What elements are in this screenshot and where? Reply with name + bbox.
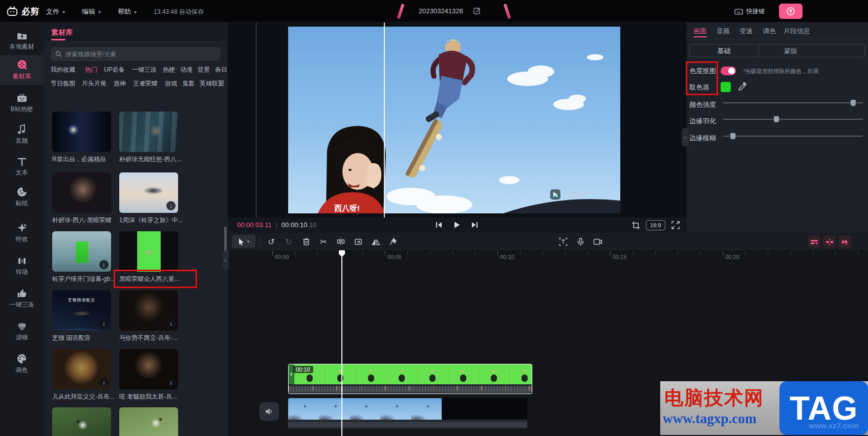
tab-audio[interactable]: 音频 xyxy=(717,27,730,36)
edge-feather-slider[interactable] xyxy=(723,116,863,122)
color-strength-slider[interactable] xyxy=(723,99,863,106)
library-item-thumbnail[interactable]: ↓ xyxy=(119,290,178,331)
next-frame-button[interactable] xyxy=(471,221,479,229)
segment-mask[interactable]: 蒙版 xyxy=(784,47,797,56)
download-icon[interactable]: ↓ xyxy=(99,378,108,387)
library-item-thumbnail[interactable] xyxy=(52,112,111,152)
category-tab-background[interactable]: 背景 xyxy=(198,66,210,74)
fullscreen-icon[interactable] xyxy=(671,221,680,229)
library-search[interactable] xyxy=(51,47,221,61)
slider-thumb[interactable] xyxy=(851,100,856,106)
preview-center-guide[interactable] xyxy=(384,23,385,217)
library-item-thumbnail[interactable] xyxy=(52,172,111,213)
slider-track[interactable] xyxy=(723,136,863,137)
library-item[interactable] xyxy=(119,407,178,436)
library-item-thumbnail[interactable] xyxy=(52,407,111,436)
tab-color[interactable]: 调色 xyxy=(763,27,776,36)
add-text-button[interactable] xyxy=(558,236,568,247)
library-item[interactable]: 朴妍珍-西八-黑暗荣耀 xyxy=(52,172,111,225)
main-video-clip[interactable] xyxy=(288,398,527,429)
sidebar-item-material-library[interactable]: 素材库 xyxy=(0,58,44,87)
menu-help[interactable]: 帮助▾ xyxy=(118,7,137,16)
project-title[interactable]: 202303241328 xyxy=(419,7,463,15)
timeline-ruler[interactable] xyxy=(228,250,868,263)
shortcut-button[interactable]: 快捷键 xyxy=(734,7,765,16)
library-item[interactable]: ↓ 与你势不两立-吕布-... xyxy=(119,290,178,342)
select-tool-button[interactable]: ▾ xyxy=(232,235,255,248)
preview-axis-button[interactable] xyxy=(838,235,851,248)
rename-icon[interactable] xyxy=(473,7,481,15)
library-item[interactable]: 朴妍珍无能狂怒-西八... xyxy=(119,112,178,164)
category-tab-hot[interactable]: 热门 xyxy=(85,66,97,74)
sidebar-item-text[interactable]: 文本 xyxy=(0,155,44,183)
eyedropper-icon[interactable] xyxy=(738,82,747,91)
aspect-ratio-button[interactable]: 16:9 xyxy=(646,220,665,230)
cut-button[interactable]: ✂ xyxy=(318,236,329,247)
library-item[interactable]: ↓ 1周深《铃芽之旅》中... xyxy=(119,172,178,225)
library-item[interactable] xyxy=(52,407,111,436)
library-item[interactable]: ↓ 铃芽户缔开门绿幕-gb... xyxy=(52,231,111,284)
library-collapse-handle[interactable]: ‹ xyxy=(222,251,229,269)
slider-track[interactable] xyxy=(723,102,863,103)
library-item[interactable]: R星出品，必属精品 xyxy=(52,112,111,164)
library-item[interactable]: ↓ 儿从此拜定义父-吕布... xyxy=(52,349,111,401)
library-item-thumbnail[interactable] xyxy=(119,407,178,436)
overwrite-button[interactable] xyxy=(353,236,363,247)
sidebar-item-effects[interactable]: 特效 xyxy=(0,221,44,250)
slider-thumb[interactable] xyxy=(774,116,779,122)
menu-edit[interactable]: 编辑▾ xyxy=(82,7,101,16)
download-icon[interactable]: ↓ xyxy=(166,319,176,328)
download-icon[interactable]: ↓ xyxy=(166,378,176,387)
slider-thumb[interactable] xyxy=(730,133,735,139)
category-tab-genshin[interactable]: 原神 xyxy=(114,79,126,88)
pin-button[interactable] xyxy=(388,236,398,247)
category-tab-games[interactable]: 游戏 xyxy=(165,79,177,88)
library-item-thumbnail[interactable]: 芝顿国语配音 ↓ xyxy=(52,290,111,331)
sidebar-item-filters[interactable]: 滤镜 xyxy=(0,319,44,348)
library-item-thumbnail[interactable] xyxy=(119,112,178,152)
mute-track-button[interactable] xyxy=(259,402,279,421)
undo-button[interactable]: ↺ xyxy=(266,236,276,247)
search-input[interactable] xyxy=(66,51,209,58)
categories-expand-icon[interactable]: ▾ xyxy=(219,81,222,86)
inspector-collapse-handle[interactable]: › xyxy=(682,128,688,146)
redo-button[interactable]: ↻ xyxy=(284,236,294,247)
category-tab-triple[interactable]: 一键三连 xyxy=(132,66,157,74)
library-item-thumbnail[interactable]: ↓ xyxy=(52,231,111,272)
tab-picture[interactable]: 画面 xyxy=(693,27,707,36)
library-item-thumbnail[interactable]: ↓ xyxy=(52,349,111,389)
category-tab-memes[interactable]: 热梗 xyxy=(163,66,175,74)
sidebar-item-triple-like[interactable]: 一键三连 xyxy=(0,287,44,315)
menu-file[interactable]: 文件▾ xyxy=(46,7,65,16)
play-button[interactable] xyxy=(453,221,461,229)
download-icon[interactable]: ↓ xyxy=(99,260,108,269)
chroma-key-toggle[interactable] xyxy=(721,67,736,75)
export-button[interactable] xyxy=(779,4,802,19)
overlay-clip-greenscreen[interactable]: ‖ 00:10 xyxy=(288,364,532,394)
screen-record-button[interactable] xyxy=(593,236,603,247)
clip-filmstrip[interactable] xyxy=(294,364,532,384)
tab-clip-info[interactable]: 片段信息 xyxy=(784,27,810,36)
playhead[interactable] xyxy=(341,251,342,436)
mirror-button[interactable] xyxy=(371,236,381,247)
segment-basic[interactable]: 基础 xyxy=(689,47,758,56)
category-tab-guichu[interactable]: 鬼畜 xyxy=(182,79,194,88)
video-preview[interactable]: 西八呀! 万兴喵影 xyxy=(288,27,620,213)
sidebar-item-local-media[interactable]: 本地素材 xyxy=(0,29,44,57)
sidebar-item-transitions[interactable]: 转场 xyxy=(0,254,44,282)
edge-blur-slider[interactable] xyxy=(723,133,863,139)
slider-track[interactable] xyxy=(723,119,863,120)
library-item-thumbnail[interactable]: ↓ xyxy=(119,172,178,213)
category-tab-spring[interactable]: 春日 xyxy=(215,66,227,74)
download-icon[interactable]: ↓ xyxy=(99,319,108,328)
category-tab-up-essentials[interactable]: UP必备 xyxy=(104,66,125,74)
delete-button[interactable] xyxy=(301,236,311,247)
record-voice-button[interactable] xyxy=(575,236,585,247)
library-item-thumbnail[interactable] xyxy=(119,231,178,272)
sidebar-item-bilibili-memes[interactable]: B站热梗 xyxy=(0,91,44,120)
snap-toggle-button[interactable] xyxy=(823,235,836,248)
library-item[interactable]: ↓ 呸 老贼欺我太甚-吕... xyxy=(119,349,178,401)
library-item[interactable]: 芝顿国语配音 ↓ 芝顿 国语配音 xyxy=(52,290,111,342)
crop-icon[interactable] xyxy=(632,221,640,230)
split-button[interactable] xyxy=(336,236,346,247)
